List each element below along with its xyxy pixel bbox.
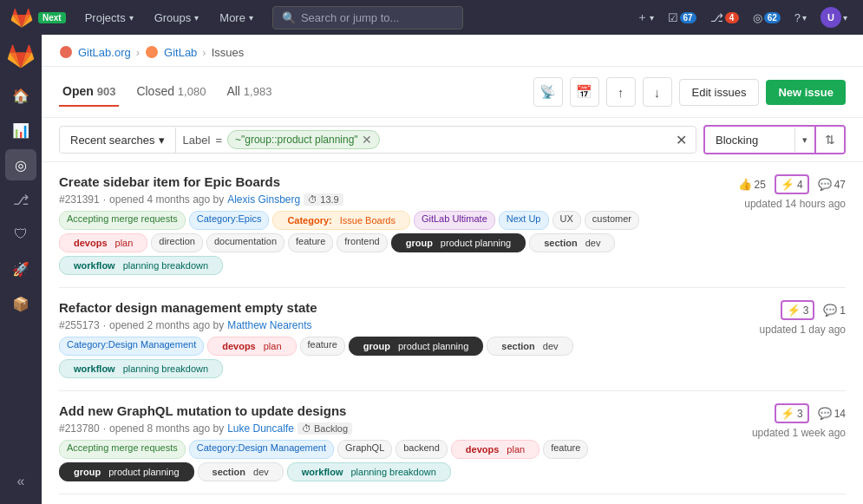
tag[interactable]: GraphQL [337,440,392,459]
tag[interactable]: Category:Issue Boards [272,211,410,230]
breadcrumb-gitlab[interactable]: GitLab [164,46,197,59]
nav-projects[interactable]: Projects ▾ [76,6,142,29]
sidebar-item-packages[interactable]: 📦 [5,288,36,319]
nav-groups[interactable]: Groups ▾ [146,6,208,29]
issue-title[interactable]: Create sidebar item for Epic Boards [59,174,707,189]
issue-row: Add new GraphQL mutation to update desig… [59,403,846,481]
tag[interactable]: groupproduct planning [391,233,526,252]
recent-searches-button[interactable]: Recent searches ▾ [60,128,176,153]
sidebar-logo[interactable] [7,42,35,69]
issue-stats: ⚡ 3 💬 1 [781,300,846,320]
merge-requests-button[interactable]: ⎇ 4 [705,8,744,28]
tag[interactable]: customer [585,211,639,230]
tab-open[interactable]: Open 903 [59,77,119,107]
breadcrumb: GitLab.org › GitLab › Issues [42,35,863,67]
issue-tags: Accepting merge requests Category:Epics … [59,211,707,275]
updated-time: updated 14 hours ago [744,198,846,210]
export-button[interactable]: ↑ [606,77,636,107]
avatar: U [821,7,841,28]
issue-item: Create sidebar item for Epic Boards #231… [59,162,846,288]
blocking-stat[interactable]: ⚡ 3 [781,300,815,320]
tag[interactable]: Next Up [499,211,549,230]
tag[interactable]: feature [300,337,345,356]
tag[interactable]: Accepting merge requests [59,440,186,459]
tag[interactable]: backend [396,440,448,459]
rss-button[interactable]: 📡 [533,77,563,107]
svg-point-1 [146,46,158,58]
sidebar-item-security[interactable]: 🛡 [5,219,36,250]
sidebar-fox-icon [7,42,35,69]
help-button[interactable]: ? ▾ [789,8,812,28]
tag[interactable]: sectiondev [529,233,615,252]
edit-issues-button[interactable]: Edit issues [679,79,760,106]
new-issue-button[interactable]: New issue [766,80,846,105]
tag[interactable]: devopsplan [207,337,296,356]
blocking-select[interactable]: Blocking Priority Created date Updated d… [705,128,794,153]
sort-direction-button[interactable]: ⇅ [814,127,844,153]
blocking-chevron-icon[interactable]: ▾ [794,128,814,152]
comments-stat[interactable]: 💬 14 [818,407,846,420]
issue-left: Create sidebar item for Epic Boards #231… [59,174,707,275]
tag[interactable]: documentation [206,233,284,252]
tag[interactable]: sectiondev [198,462,284,481]
tag[interactable]: workflowplanning breakdown [287,462,451,481]
tag[interactable]: workflowplanning breakdown [59,256,223,275]
sidebar-item-merge[interactable]: ⎇ [5,184,36,215]
comments-stat[interactable]: 💬 1 [823,304,846,317]
filter-tag-area[interactable]: Label = ~"group::product planning" ✕ [176,127,667,153]
blocking-icon: ⚡ [781,407,794,420]
import-button[interactable]: ↓ [643,77,672,107]
sidebar-item-home[interactable]: 🏠 [5,80,36,111]
calendar-button[interactable]: 📅 [570,77,599,107]
nav-logo[interactable]: Next [10,6,66,29]
issue-title[interactable]: Refactor design management empty state [59,300,707,315]
nav-more[interactable]: More ▾ [211,6,262,29]
tag[interactable]: Category:Design Management [189,440,334,459]
issues-button[interactable]: ◎ 62 [748,8,786,28]
blocking-stat[interactable]: ⚡ 3 [775,403,809,423]
tag[interactable]: Category:Design Management [59,337,204,356]
clear-filter-button[interactable]: ✕ [667,128,696,152]
tab-closed[interactable]: Closed 1,080 [133,77,209,107]
tag[interactable]: frontend [337,233,387,252]
thumbs-stat[interactable]: 👍 25 [738,178,766,191]
updated-time: updated 1 week ago [752,427,846,439]
sidebar-item-issues[interactable]: ◎ [5,149,36,180]
issue-author[interactable]: Alexis Ginsberg [227,193,300,206]
blocking-stat[interactable]: ⚡ 4 [775,174,809,194]
sidebar-item-deploy[interactable]: 🚀 [5,253,36,285]
issue-author[interactable]: Matthew Nearents [227,319,311,331]
comments-stat[interactable]: 💬 47 [818,178,846,191]
add-button[interactable]: ＋ ▾ [631,6,659,29]
tag[interactable]: groupproduct planning [349,337,484,356]
todos-button[interactable]: ☑ 67 [663,8,702,28]
sidebar-item-activity[interactable]: 📊 [5,115,36,146]
issue-number: #213780 [59,422,100,435]
breadcrumb-gitlab-org[interactable]: GitLab.org [78,46,131,59]
filter-input-area: Recent searches ▾ Label = ~"group::produ… [59,126,696,154]
sidebar-expand-button[interactable]: « [5,466,36,497]
svg-point-0 [60,46,72,58]
issue-author[interactable]: Luke Duncalfe [227,422,294,435]
backlog-badge: ⏱ Backlog [297,422,352,435]
global-search[interactable]: 🔍 Search or jump to... [272,6,463,29]
user-avatar-button[interactable]: U ▾ [815,3,853,31]
tag[interactable]: groupproduct planning [59,462,194,481]
tag[interactable]: Accepting merge requests [59,211,186,230]
tab-all[interactable]: All 1,983 [223,77,275,107]
issue-stats: 👍 25 ⚡ 4 💬 47 [738,174,846,194]
tag[interactable]: devopsplan [59,233,147,252]
tag[interactable]: feature [543,440,588,459]
tag[interactable]: UX [552,211,581,230]
tag[interactable]: GitLab Ultimate [414,211,495,230]
filter-value-tag[interactable]: ~"group::product planning" ✕ [227,130,380,149]
tag[interactable]: sectiondev [487,337,572,356]
filter-clear-icon[interactable]: ✕ [362,133,372,147]
tag[interactable]: Category:Epics [189,211,270,230]
tag[interactable]: workflowplanning breakdown [59,359,223,378]
tag[interactable]: direction [151,233,203,252]
tag[interactable]: feature [288,233,333,252]
thumbs-count: 25 [755,179,766,191]
tag[interactable]: devopsplan [451,440,539,459]
issue-title[interactable]: Add new GraphQL mutation to update desig… [59,403,707,418]
